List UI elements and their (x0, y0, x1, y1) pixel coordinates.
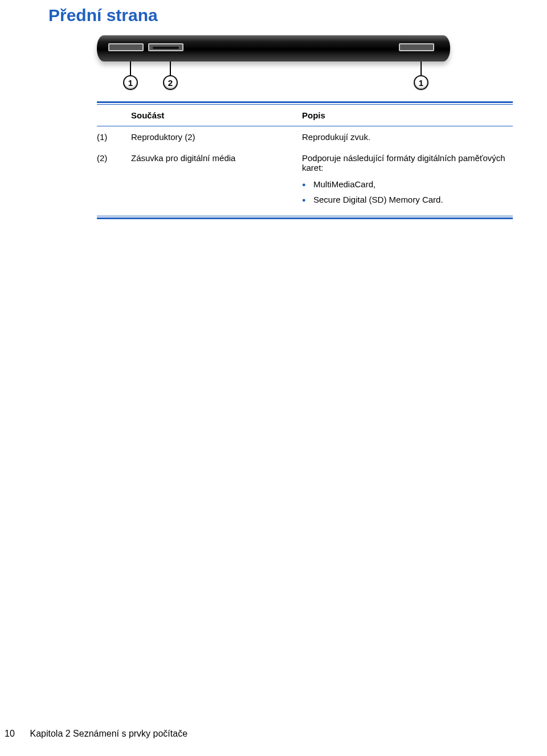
list-item: Secure Digital (SD) Memory Card. (302, 195, 513, 204)
callout-bubble: 1 (414, 75, 428, 90)
format-list: MultiMediaCard, Secure Digital (SD) Memo… (302, 179, 513, 204)
page-footer: 10 Kapitola 2 Seznámení s prvky počítače (5, 729, 187, 739)
row-desc: Podporuje následující formáty digitálníc… (302, 147, 513, 216)
callout-bubble: 2 (163, 75, 178, 90)
header-component: Součást (131, 105, 302, 126)
front-view-figure: 1 2 1 (97, 35, 450, 96)
list-item: MultiMediaCard, (302, 179, 513, 189)
laptop-front-illustration (97, 35, 450, 61)
media-slot (148, 43, 183, 51)
chapter-title: Kapitola 2 Seznámení s prvky počítače (30, 729, 187, 738)
component-table: Součást Popis (1) Reproduktory (2) Repro… (97, 101, 513, 219)
header-description: Popis (302, 105, 513, 126)
callout-1-left: 1 (123, 61, 138, 90)
speaker-slot-right (399, 43, 434, 51)
table-row: (2) Zásuvka pro digitální média Podporuj… (97, 147, 513, 216)
row-name: Reproduktory (2) (131, 126, 302, 147)
row-desc-text: Podporuje následující formáty digitálníc… (302, 153, 505, 172)
page-title: Přední strana (48, 6, 519, 25)
table-row: (1) Reproduktory (2) Reprodukují zvuk. (97, 126, 513, 147)
page-number: 10 (5, 729, 27, 739)
speaker-slot-left (108, 43, 144, 51)
row-number: (2) (97, 147, 131, 216)
row-desc: Reprodukují zvuk. (302, 126, 513, 147)
callout-group: 1 2 1 (97, 61, 450, 96)
row-number: (1) (97, 126, 131, 147)
callout-2: 2 (163, 61, 178, 90)
callout-bubble: 1 (123, 75, 138, 90)
callout-1-right: 1 (414, 61, 428, 90)
row-name: Zásuvka pro digitální média (131, 147, 302, 216)
